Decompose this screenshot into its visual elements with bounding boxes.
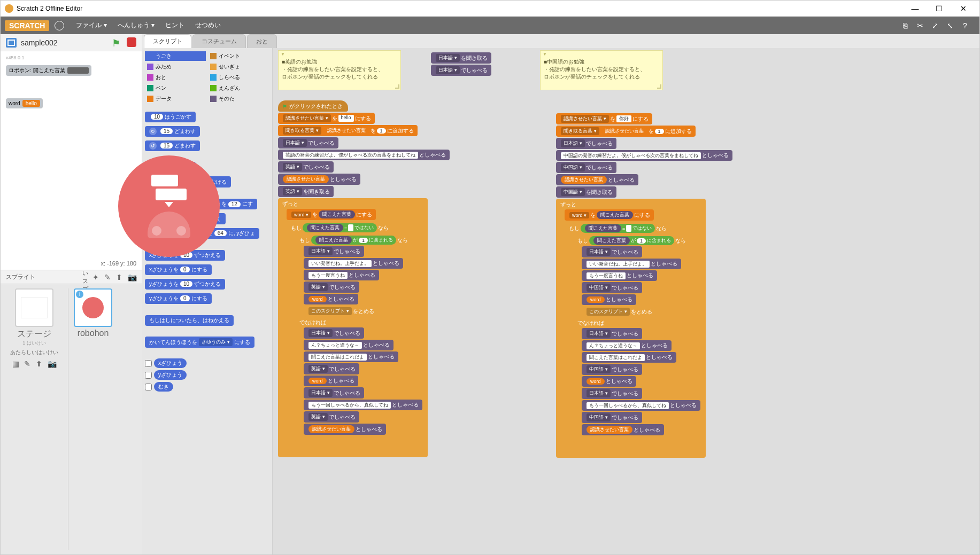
stop-button[interactable] bbox=[127, 37, 136, 47]
sprite-info-icon[interactable]: i bbox=[76, 291, 83, 298]
block-changey[interactable]: yざひょうを10ずつかえる bbox=[145, 279, 225, 290]
block-turn-cw[interactable]: ↻15どまわす bbox=[145, 126, 200, 137]
dir-checkbox[interactable] bbox=[145, 384, 152, 390]
cat-data[interactable]: データ bbox=[145, 94, 206, 104]
cat-looks[interactable]: みため bbox=[145, 62, 206, 72]
block-stack-listen-jp[interactable]: 日本語 ▾を聞き取る 日本語 ▾でしゃべる bbox=[431, 52, 491, 77]
window-title: Scratch 2 Offline Editor bbox=[17, 5, 82, 12]
block-bounce[interactable]: もしはしについたら、はねかえる bbox=[145, 315, 234, 326]
camera-backdrop-icon[interactable]: 📷 bbox=[48, 359, 56, 368]
menubar: SCRATCH ファイル ▾ へんしゅう ▾ ヒント せつめい ⎘ ✂ ⤢ ⤡ … bbox=[1, 17, 979, 34]
reporter-xpos-row[interactable]: xざひょう bbox=[145, 358, 269, 368]
backdrop-library-icon[interactable]: ▦ bbox=[12, 359, 21, 368]
cat-operators[interactable]: えんざん bbox=[208, 83, 269, 93]
fullscreen-icon[interactable] bbox=[6, 38, 17, 48]
menu-edit[interactable]: へんしゅう ▾ bbox=[112, 21, 160, 30]
upload-backdrop-icon[interactable]: ⬆ bbox=[36, 359, 44, 368]
backdrop-label: あたらしいはいけい bbox=[5, 347, 64, 358]
paint-sprite-icon[interactable]: ✎ bbox=[104, 273, 113, 282]
window-minimize-button[interactable]: — bbox=[903, 1, 927, 17]
sprite-library-icon[interactable]: ✦ bbox=[92, 273, 101, 282]
block-sety[interactable]: yざひょうを0にする bbox=[145, 293, 212, 304]
hat-flag-clicked: ⚑がクリックされたとき bbox=[278, 100, 348, 112]
block-move[interactable]: 10ほうごかす bbox=[145, 112, 196, 122]
reporter-dir-row[interactable]: むき bbox=[145, 382, 269, 392]
stage-area[interactable]: ロボホン: 開こえた言葉 word hello x: -169 y: 180 bbox=[1, 62, 142, 270]
cat-control[interactable]: せいぎょ bbox=[208, 62, 269, 72]
stage-thumbnail[interactable] bbox=[15, 288, 53, 327]
scratch-logo[interactable]: SCRATCH bbox=[5, 20, 49, 31]
stage-coords: x: -169 y: 180 bbox=[101, 260, 136, 267]
camera-sprite-icon[interactable]: 📷 bbox=[128, 273, 136, 282]
language-icon[interactable] bbox=[55, 21, 64, 30]
cat-motion[interactable]: うごき bbox=[145, 51, 206, 61]
duplicate-icon[interactable]: ⎘ bbox=[900, 21, 910, 30]
cat-events[interactable]: イベント bbox=[208, 51, 269, 61]
block-rotstyle[interactable]: かいてんほうほうをさゆうのみ ▾にする bbox=[145, 337, 254, 348]
comment-english[interactable]: ■英語のお勉強 ・発話の練習をしたい言葉を設定すると、 ロボホンが発話のチェック… bbox=[278, 50, 401, 90]
window-close-button[interactable]: ✕ bbox=[951, 1, 975, 17]
tab-sounds[interactable]: おと bbox=[247, 34, 277, 48]
menu-tips[interactable]: ヒント bbox=[160, 21, 190, 30]
tab-scripts[interactable]: スクリプト bbox=[144, 34, 191, 48]
help-icon[interactable]: ? bbox=[960, 21, 970, 30]
upload-sprite-icon[interactable]: ⬆ bbox=[116, 273, 125, 282]
grow-icon[interactable]: ⤢ bbox=[930, 21, 940, 30]
cat-more[interactable]: そのた bbox=[208, 94, 269, 104]
monitor-heard-word: ロボホン: 開こえた言葉 bbox=[6, 65, 91, 76]
block-turn-ccw[interactable]: ↺15どまわす bbox=[145, 140, 200, 151]
cat-pen[interactable]: ペン bbox=[145, 83, 206, 93]
app-icon bbox=[5, 4, 13, 13]
reporter-ypos-row[interactable]: yざひょう bbox=[145, 370, 269, 380]
menu-about[interactable]: せつめい bbox=[190, 21, 226, 30]
project-title[interactable]: sample002 bbox=[21, 38, 112, 47]
category-grid: うごき イベント みため せいぎょ おと しらべる ペン えんざん データ その… bbox=[145, 51, 269, 104]
window-maximize-button[interactable]: ☐ bbox=[927, 1, 951, 17]
version-label: v456.0.1 bbox=[6, 55, 25, 60]
script-english[interactable]: ⚑がクリックされたとき 認識させたい言葉 ▾をhelloにする 聞き取る言葉 ▾… bbox=[278, 100, 450, 458]
scripts-canvas[interactable]: x: 64y: 12 ■英語のお勉強 ・発話の練習をしたい言葉を設定すると、 ロ… bbox=[273, 48, 979, 554]
block-setx[interactable]: xざひょうを0にする bbox=[145, 264, 212, 275]
cat-sensing[interactable]: しらべる bbox=[208, 73, 269, 82]
menu-file[interactable]: ファイル ▾ bbox=[71, 21, 112, 30]
comment-chinese[interactable]: ■中国語のお勉強 ・発話の練習をしたい言葉を設定すると、 ロボホンが発話のチェッ… bbox=[540, 50, 663, 90]
sprites-title: スプライト bbox=[6, 273, 81, 281]
sprite-thumbnail-robohon[interactable]: i bbox=[74, 288, 112, 327]
ypos-checkbox[interactable] bbox=[145, 372, 152, 379]
window-titlebar: Scratch 2 Offline Editor — ☐ ✕ bbox=[1, 1, 979, 17]
stage-header: sample002 ⚑ bbox=[1, 34, 142, 51]
shrink-icon[interactable]: ⤡ bbox=[945, 21, 955, 30]
green-flag-button[interactable]: ⚑ bbox=[112, 37, 122, 48]
delete-icon[interactable]: ✂ bbox=[915, 21, 925, 30]
monitor-word: word hello bbox=[6, 98, 43, 108]
xpos-checkbox[interactable] bbox=[145, 360, 152, 367]
script-chinese[interactable]: 認識させたい言葉 ▾を你好にする 聞き取る言葉 ▾認識させたい言葉を1に追加する… bbox=[556, 113, 732, 459]
paint-backdrop-icon[interactable]: ✎ bbox=[24, 359, 33, 368]
sprite-on-stage[interactable] bbox=[118, 155, 220, 257]
cat-sound[interactable]: おと bbox=[145, 73, 206, 82]
editor-tabs: スクリプト コスチューム おと bbox=[142, 34, 979, 48]
tab-costumes[interactable]: コスチューム bbox=[192, 34, 246, 48]
